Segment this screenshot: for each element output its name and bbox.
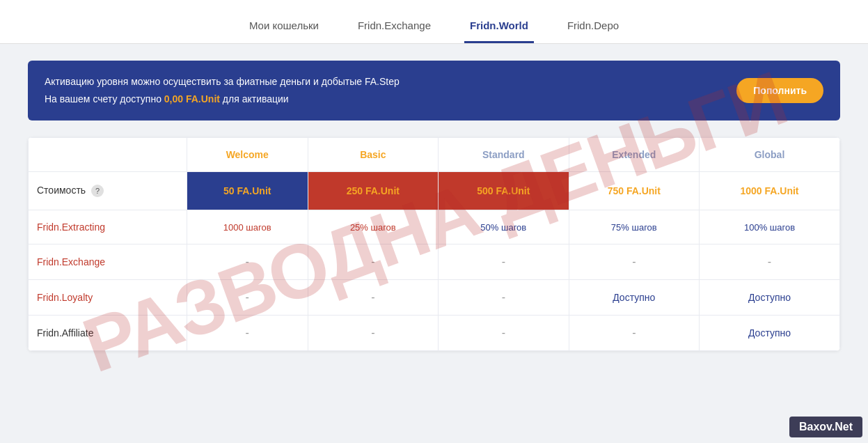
baxov-text2: .Net [832, 421, 853, 433]
price-global[interactable]: 1000 FA.Unit [700, 172, 840, 210]
table-row: Fridn.Extracting 1000 шагов 25% шагов 50… [29, 210, 840, 244]
main-content: Активацию уровня можно осуществить за фи… [0, 44, 868, 368]
affiliate-global: Доступно [700, 316, 840, 351]
tab-depo[interactable]: Fridn.Depo [562, 13, 624, 43]
col-header-standard: Standard [439, 138, 569, 172]
tab-wallets[interactable]: Мои кошельки [244, 13, 324, 43]
baxov-badge: Baxov.Net [789, 417, 862, 437]
extracting-global: 100% шагов [700, 210, 840, 244]
banner-amount: 0,00 FA.Unit [164, 93, 220, 104]
banner-line1: Активацию уровня можно осуществить за фи… [45, 73, 400, 91]
feature-name-exchange: Fridn.Exchange [29, 244, 187, 280]
cost-label: Стоимость [37, 185, 86, 196]
table-row: Fridn.Exchange - - - - - [29, 244, 840, 280]
exchange-basic: - [308, 244, 438, 280]
extracting-basic: 25% шагов [308, 210, 438, 244]
banner-prefix: На вашем счету доступно [45, 93, 164, 104]
col-header-extended: Extended [569, 138, 699, 172]
price-label-cell: Стоимость ? [29, 172, 187, 210]
affiliate-extended: - [569, 316, 699, 351]
affiliate-standard: - [439, 316, 569, 351]
tab-exchange[interactable]: Fridn.Exchange [352, 13, 436, 43]
nav-tabs: Мои кошельки Fridn.Exchange Fridn.World … [0, 0, 868, 44]
col-header-feature [29, 138, 187, 172]
price-extended-value: 750 FA.Unit [608, 185, 661, 196]
banner-suffix: для активации [220, 93, 289, 104]
affiliate-basic: - [308, 316, 438, 351]
extracting-standard: 50% шагов [439, 210, 569, 244]
price-extended[interactable]: 750 FA.Unit [569, 172, 699, 210]
replenish-button[interactable]: Пополнить [736, 78, 823, 103]
loyalty-standard: - [439, 280, 569, 316]
banner-line2: На вашем счету доступно 0,00 FA.Unit для… [45, 91, 400, 108]
price-row: Стоимость ? 50 FA.Unit 250 FA.Unit 500 F… [29, 172, 840, 210]
affiliate-welcome: - [187, 316, 308, 351]
col-header-global: Global [700, 138, 840, 172]
feature-name-loyalty: Fridn.Loyalty [29, 280, 187, 316]
loyalty-extended: Доступно [569, 280, 699, 316]
baxov-text1: Baxov [799, 421, 832, 433]
price-standard-value: 500 FA.Unit [477, 185, 530, 196]
table-row: Fridn.Loyalty - - - Доступно Доступно [29, 280, 840, 316]
price-welcome-value: 50 FA.Unit [223, 185, 271, 196]
exchange-welcome: - [187, 244, 308, 280]
cost-question[interactable]: ? [91, 185, 104, 197]
loyalty-basic: - [308, 280, 438, 316]
price-welcome[interactable]: 50 FA.Unit [187, 172, 308, 210]
price-basic-value: 250 FA.Unit [347, 185, 400, 196]
pricing-table: Welcome Basic Standard Extended Global С… [28, 137, 840, 351]
banner-text: Активацию уровня можно осуществить за фи… [45, 73, 400, 108]
extracting-welcome: 1000 шагов [187, 210, 308, 244]
col-header-basic: Basic [308, 138, 438, 172]
exchange-standard: - [439, 244, 569, 280]
price-standard[interactable]: 500 FA.Unit [439, 172, 569, 210]
tab-world[interactable]: Fridn.World [464, 13, 534, 43]
col-header-welcome: Welcome [187, 138, 308, 172]
table-header-row: Welcome Basic Standard Extended Global [29, 138, 840, 172]
loyalty-global: Доступно [700, 280, 840, 316]
info-banner: Активацию уровня можно осуществить за фи… [28, 61, 840, 121]
feature-name-affiliate: Fridn.Affiliate [29, 316, 187, 351]
price-basic[interactable]: 250 FA.Unit [308, 172, 438, 210]
exchange-global: - [700, 244, 840, 280]
feature-name-extracting: Fridn.Extracting [29, 210, 187, 244]
extracting-extended: 75% шагов [569, 210, 699, 244]
price-global-value: 1000 FA.Unit [741, 185, 799, 196]
loyalty-welcome: - [187, 280, 308, 316]
exchange-extended: - [569, 244, 699, 280]
table-row: Fridn.Affiliate - - - - Доступно [29, 316, 840, 351]
